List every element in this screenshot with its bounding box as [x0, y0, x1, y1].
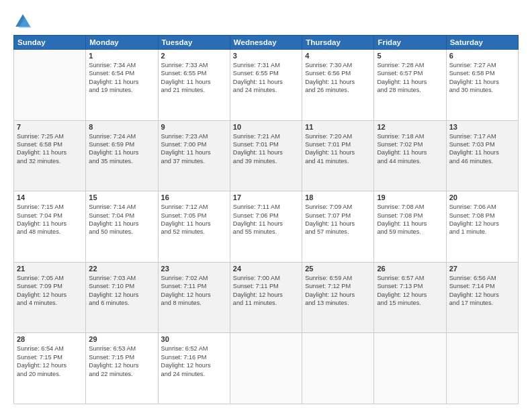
calendar-cell: 5Sunrise: 7:28 AMSunset: 6:57 PMDaylight… [374, 50, 446, 121]
calendar-cell: 6Sunrise: 7:27 AMSunset: 6:58 PMDaylight… [446, 50, 518, 121]
cell-line: and 57 minutes. [305, 228, 371, 236]
cell-line: Daylight: 11 hours [233, 220, 299, 228]
calendar-cell: 17Sunrise: 7:11 AMSunset: 7:06 PMDayligh… [230, 191, 302, 263]
cell-line: and 4 minutes. [17, 299, 83, 307]
cell-line: Daylight: 11 hours [17, 148, 83, 156]
calendar-cell [230, 333, 302, 404]
cell-line: and 11 minutes. [233, 299, 299, 307]
calendar-cell: 20Sunrise: 7:06 AMSunset: 7:08 PMDayligh… [446, 191, 518, 263]
cell-line: and 24 minutes. [161, 370, 227, 378]
cell-line: Sunrise: 6:57 AM [377, 274, 443, 282]
cell-line: and 20 minutes. [17, 370, 83, 378]
cell-line: Sunrise: 6:52 AM [161, 345, 227, 353]
day-number: 6 [449, 52, 515, 60]
calendar-cell: 24Sunrise: 7:00 AMSunset: 7:11 PMDayligh… [230, 262, 302, 333]
cell-line: Daylight: 11 hours [233, 78, 299, 86]
cell-line: Daylight: 11 hours [161, 148, 227, 156]
cell-line: and 19 minutes. [89, 86, 154, 94]
cell-line: Sunset: 7:12 PM [305, 282, 371, 290]
cell-line: Sunrise: 7:20 AM [305, 132, 371, 140]
cell-line: and 28 minutes. [377, 86, 443, 94]
day-number: 25 [305, 265, 371, 273]
cell-line: Sunset: 7:05 PM [161, 212, 227, 220]
cell-line: Sunrise: 6:54 AM [17, 345, 83, 353]
cell-line: Sunrise: 7:23 AM [161, 132, 227, 140]
day-number: 16 [161, 193, 227, 201]
cell-line: and 48 minutes. [17, 228, 83, 236]
calendar-cell: 28Sunrise: 6:54 AMSunset: 7:15 PMDayligh… [14, 333, 86, 404]
cell-line: Daylight: 12 hours [89, 291, 154, 299]
calendar-cell: 14Sunrise: 7:15 AMSunset: 7:04 PMDayligh… [14, 191, 86, 263]
cell-line: Daylight: 12 hours [17, 291, 83, 299]
cell-line: Sunset: 7:11 PM [233, 282, 299, 290]
cell-line: Sunrise: 7:25 AM [17, 132, 83, 140]
cell-line: Daylight: 11 hours [449, 148, 515, 156]
day-header-thursday: Thursday [302, 36, 374, 50]
day-number: 26 [377, 265, 443, 273]
cell-line: Sunset: 6:55 PM [161, 69, 227, 77]
cell-line: Daylight: 11 hours [305, 78, 371, 86]
calendar-cell: 25Sunrise: 6:59 AMSunset: 7:12 PMDayligh… [302, 262, 374, 333]
cell-line: Sunrise: 7:09 AM [305, 203, 371, 211]
header [13, 12, 519, 31]
calendar-cell [374, 333, 446, 404]
cell-line: Sunrise: 7:14 AM [89, 203, 154, 211]
cell-line: Sunrise: 7:03 AM [89, 274, 154, 282]
day-header-tuesday: Tuesday [158, 36, 230, 50]
day-number: 2 [161, 52, 227, 60]
day-number: 12 [377, 123, 443, 131]
calendar-cell: 18Sunrise: 7:09 AMSunset: 7:07 PMDayligh… [302, 191, 374, 263]
cell-line: Sunset: 6:57 PM [377, 69, 443, 77]
cell-line: and 8 minutes. [161, 299, 227, 307]
calendar-cell: 12Sunrise: 7:18 AMSunset: 7:02 PMDayligh… [374, 120, 446, 191]
cell-line: Sunrise: 7:28 AM [377, 61, 443, 69]
calendar-cell: 30Sunrise: 6:52 AMSunset: 7:16 PMDayligh… [158, 333, 230, 404]
day-number: 18 [305, 193, 371, 201]
cell-line: Daylight: 11 hours [377, 220, 443, 228]
cell-line: and 17 minutes. [449, 299, 515, 307]
cell-line: Sunset: 7:00 PM [161, 140, 227, 148]
cell-line: Daylight: 12 hours [89, 361, 154, 369]
cell-line: Sunrise: 7:33 AM [161, 61, 227, 69]
cell-line: Sunset: 7:10 PM [89, 282, 154, 290]
cell-line: Daylight: 12 hours [305, 291, 371, 299]
calendar-cell: 21Sunrise: 7:05 AMSunset: 7:09 PMDayligh… [14, 262, 86, 333]
cell-line: and 55 minutes. [233, 228, 299, 236]
logo [13, 12, 35, 31]
cell-line: Sunset: 7:11 PM [161, 282, 227, 290]
cell-line: Daylight: 11 hours [305, 148, 371, 156]
cell-line: Sunrise: 7:31 AM [233, 61, 299, 69]
cell-line: and 22 minutes. [89, 370, 154, 378]
day-number: 4 [305, 52, 371, 60]
cell-line: Sunrise: 7:21 AM [233, 132, 299, 140]
day-number: 20 [449, 193, 515, 201]
cell-line: and 26 minutes. [305, 86, 371, 94]
day-number: 17 [233, 193, 299, 201]
cell-line: Sunset: 7:03 PM [449, 140, 515, 148]
cell-line: Sunset: 7:15 PM [89, 353, 154, 361]
cell-line: Daylight: 12 hours [449, 291, 515, 299]
calendar-week-5: 28Sunrise: 6:54 AMSunset: 7:15 PMDayligh… [14, 333, 519, 404]
calendar-cell: 26Sunrise: 6:57 AMSunset: 7:13 PMDayligh… [374, 262, 446, 333]
cell-line: Daylight: 12 hours [17, 361, 83, 369]
day-number: 19 [377, 193, 443, 201]
cell-line: Sunrise: 7:30 AM [305, 61, 371, 69]
cell-line: and 13 minutes. [305, 299, 371, 307]
day-number: 14 [17, 193, 83, 201]
cell-line: and 37 minutes. [161, 157, 227, 165]
calendar-week-1: 1Sunrise: 7:34 AMSunset: 6:54 PMDaylight… [14, 50, 519, 121]
calendar-week-2: 7Sunrise: 7:25 AMSunset: 6:58 PMDaylight… [14, 120, 519, 191]
calendar-cell: 3Sunrise: 7:31 AMSunset: 6:55 PMDaylight… [230, 50, 302, 121]
cell-line: Sunrise: 7:27 AM [449, 61, 515, 69]
calendar-cell: 8Sunrise: 7:24 AMSunset: 6:59 PMDaylight… [86, 120, 158, 191]
logo-icon [13, 12, 32, 31]
cell-line: Daylight: 11 hours [161, 78, 227, 86]
cell-line: and 24 minutes. [233, 86, 299, 94]
day-number: 8 [89, 123, 154, 131]
cell-line: Sunset: 7:01 PM [305, 140, 371, 148]
cell-line: Sunrise: 7:12 AM [161, 203, 227, 211]
cell-line: and 32 minutes. [17, 157, 83, 165]
cell-line: Sunset: 6:58 PM [17, 140, 83, 148]
calendar-cell: 11Sunrise: 7:20 AMSunset: 7:01 PMDayligh… [302, 120, 374, 191]
day-header-saturday: Saturday [446, 36, 518, 50]
